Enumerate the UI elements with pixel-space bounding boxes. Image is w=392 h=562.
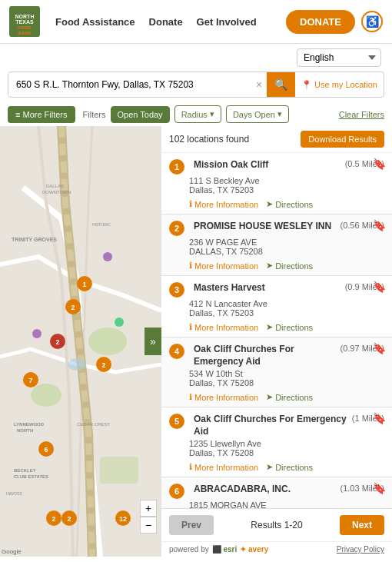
svg-point-9 bbox=[68, 358, 86, 371]
nav-donate[interactable]: Donate bbox=[149, 16, 183, 28]
bookmark-icon[interactable]: 🔖 bbox=[373, 158, 386, 170]
map-svg: TRINITY GROVES DALLAS DOWNTOWN HISTORIC … bbox=[0, 126, 161, 557]
search-icon: 🔍 bbox=[274, 78, 287, 91]
prev-button[interactable]: Prev bbox=[169, 515, 214, 535]
result-address: 236 W PAGE AVE DALLAS, TX 75208 bbox=[189, 238, 384, 256]
list-item: 🔖 2 PROMISE HOUSE WESLEY INN (0.56 Miles… bbox=[161, 214, 392, 276]
map-toggle-button[interactable]: » bbox=[145, 328, 161, 355]
result-header-row: 2 PROMISE HOUSE WESLEY INN (0.56 Miles) bbox=[169, 221, 384, 236]
result-number: 5 bbox=[169, 414, 184, 429]
esri-logo: ⬛ esri bbox=[212, 545, 238, 554]
more-info-button[interactable]: ℹ More Information bbox=[189, 261, 258, 271]
directions-icon: ➤ bbox=[266, 261, 273, 271]
more-filters-button[interactable]: ≡ More Filters bbox=[8, 106, 75, 123]
svg-text:1: 1 bbox=[82, 281, 86, 288]
svg-text:LYNNEWOOD: LYNNEWOOD bbox=[14, 422, 45, 427]
svg-text:2: 2 bbox=[55, 338, 59, 346]
bookmark-icon[interactable]: 🔖 bbox=[373, 412, 386, 424]
chevron-right-icon: » bbox=[150, 335, 156, 348]
info-icon: ℹ bbox=[189, 392, 192, 402]
bookmark-icon[interactable]: 🔖 bbox=[373, 281, 386, 293]
results-range: Results 1-20 bbox=[251, 520, 302, 530]
result-number: 1 bbox=[169, 159, 184, 175]
radius-filter[interactable]: Radius ▾ bbox=[174, 105, 221, 123]
info-icon: ℹ bbox=[189, 322, 192, 332]
result-header-row: 1 Mission Oak Cliff (0.5 Miles) bbox=[169, 159, 384, 175]
more-info-button[interactable]: ℹ More Information bbox=[189, 462, 258, 472]
days-open-filter[interactable]: Days Open ▾ bbox=[226, 105, 289, 123]
svg-text:BANK: BANK bbox=[18, 31, 32, 35]
nav-food-assistance[interactable]: Food Assistance bbox=[55, 16, 135, 28]
language-select[interactable]: English Spanish French bbox=[297, 48, 381, 67]
svg-text:NORTH: NORTH bbox=[15, 14, 35, 19]
location-icon: 📍 bbox=[301, 80, 312, 90]
result-header-row: 5 Oak Cliff Churches For Emergency Aid (… bbox=[169, 414, 384, 437]
result-actions: ℹ More Information ➤ Directions bbox=[169, 196, 384, 211]
result-actions: ℹ More Information ➤ Directions bbox=[169, 258, 384, 272]
days-chevron-icon: ▾ bbox=[277, 109, 282, 119]
logo-icon: NORTH TEXAS FOOD BANK bbox=[9, 6, 40, 37]
svg-point-6 bbox=[88, 328, 127, 355]
result-title: Oak Cliff Churches For Emergency Aid bbox=[194, 414, 347, 437]
search-input[interactable] bbox=[8, 73, 251, 96]
more-info-button[interactable]: ℹ More Information bbox=[189, 322, 258, 332]
directions-button[interactable]: ➤ Directions bbox=[266, 261, 313, 271]
svg-point-39 bbox=[32, 329, 42, 338]
result-address: 1235 Llewellyn Ave Dallas, TX 75208 bbox=[189, 439, 384, 457]
avery-logo: ✦ avery bbox=[240, 545, 268, 554]
donate-button[interactable]: DONATE bbox=[286, 10, 355, 34]
svg-text:TEXAS: TEXAS bbox=[15, 19, 34, 25]
nav-get-involved[interactable]: Get Involved bbox=[197, 16, 257, 28]
result-address: 1815 MORGAN AVE DALLAS, TX 75216 bbox=[189, 500, 384, 508]
svg-point-40 bbox=[115, 318, 124, 327]
more-info-button[interactable]: ℹ More Information bbox=[189, 199, 258, 209]
result-address: 111 S Beckley Ave Dallas, TX 75203 bbox=[189, 176, 384, 195]
svg-text:DALLAS: DALLAS bbox=[46, 184, 64, 188]
svg-text:6: 6 bbox=[44, 446, 48, 454]
search-button[interactable]: 🔍 bbox=[267, 72, 295, 97]
bookmark-icon[interactable]: 🔖 bbox=[373, 482, 386, 494]
results-count: 102 locations found bbox=[169, 134, 249, 145]
privacy-link[interactable]: Privacy Policy bbox=[337, 545, 384, 554]
result-title: PROMISE HOUSE WESLEY INN bbox=[194, 221, 336, 233]
svg-text:2: 2 bbox=[51, 515, 55, 523]
next-button[interactable]: Next bbox=[340, 515, 384, 535]
map-attribution: Google bbox=[2, 548, 22, 555]
svg-text:7: 7 bbox=[28, 377, 32, 384]
clear-filters-button[interactable]: Clear Filters bbox=[339, 110, 384, 119]
search-clear-icon[interactable]: × bbox=[251, 78, 267, 91]
directions-button[interactable]: ➤ Directions bbox=[266, 462, 313, 472]
result-actions: ℹ More Information ➤ Directions bbox=[169, 389, 384, 404]
directions-button[interactable]: ➤ Directions bbox=[266, 322, 313, 332]
download-results-button[interactable]: Download Results bbox=[301, 131, 384, 148]
bookmark-icon[interactable]: 🔖 bbox=[373, 342, 386, 354]
svg-text:2: 2 bbox=[101, 361, 105, 369]
accessibility-button[interactable]: ♿ bbox=[361, 11, 383, 32]
svg-text:DOWNTOWN: DOWNTOWN bbox=[42, 190, 71, 195]
result-title: ABRACADABRA, INC. bbox=[194, 484, 336, 496]
filters-label: Filters bbox=[83, 110, 106, 119]
list-item: 🔖 1 Mission Oak Cliff (0.5 Miles) 111 S … bbox=[161, 153, 392, 214]
directions-icon: ➤ bbox=[266, 462, 273, 472]
svg-text:BECKLEY: BECKLEY bbox=[14, 468, 36, 473]
directions-icon: ➤ bbox=[266, 199, 273, 209]
directions-icon: ➤ bbox=[266, 392, 273, 402]
zoom-out-button[interactable]: − bbox=[140, 517, 157, 534]
radius-chevron-icon: ▾ bbox=[210, 109, 214, 119]
open-today-filter[interactable]: Open Today bbox=[111, 106, 170, 123]
search-bar: × 🔍 📍 Use my Location bbox=[8, 71, 384, 98]
result-number: 6 bbox=[169, 484, 184, 499]
directions-button[interactable]: ➤ Directions bbox=[266, 199, 313, 209]
use-location-button[interactable]: 📍 Use my Location bbox=[295, 80, 384, 90]
more-info-button[interactable]: ℹ More Information bbox=[189, 392, 258, 402]
svg-text:NORTH: NORTH bbox=[17, 428, 33, 433]
bookmark-icon[interactable]: 🔖 bbox=[373, 219, 386, 231]
logo: NORTH TEXAS FOOD BANK bbox=[9, 6, 40, 37]
zoom-in-button[interactable]: + bbox=[140, 500, 157, 517]
result-number: 4 bbox=[169, 344, 184, 359]
filter-bar: ≡ More Filters Filters Open Today Radius… bbox=[0, 102, 392, 126]
use-location-label: Use my Location bbox=[314, 80, 377, 89]
directions-button[interactable]: ➤ Directions bbox=[266, 392, 313, 402]
main-nav: Food Assistance Donate Get Involved bbox=[55, 16, 257, 28]
zoom-controls: + − bbox=[140, 500, 157, 534]
